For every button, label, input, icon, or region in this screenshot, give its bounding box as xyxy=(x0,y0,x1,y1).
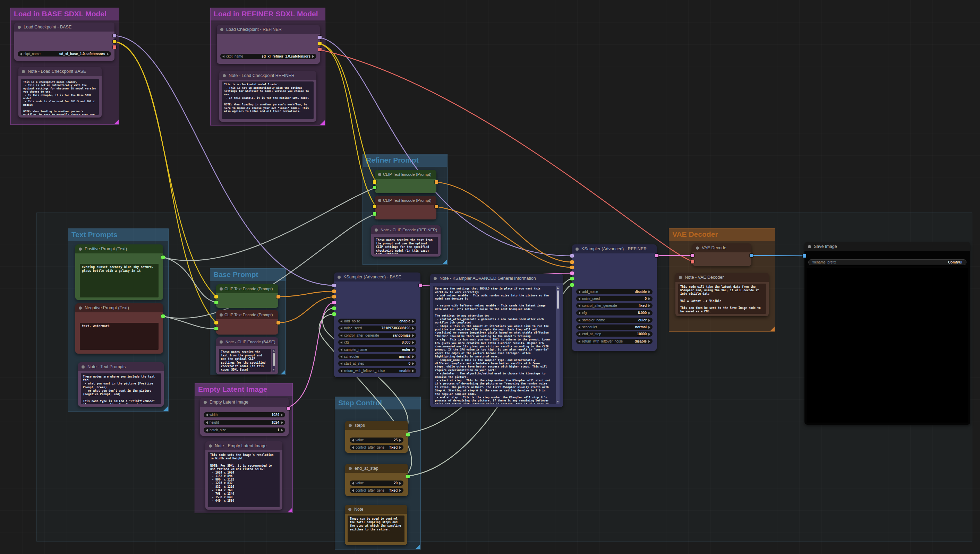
positive-input-slot[interactable] xyxy=(570,260,574,264)
text-input-slot[interactable] xyxy=(373,186,377,189)
next-arrow-icon[interactable] xyxy=(412,341,414,344)
prev-arrow-icon[interactable] xyxy=(352,482,354,485)
prev-arrow-icon[interactable] xyxy=(578,312,580,314)
negative-input-slot[interactable] xyxy=(570,266,574,269)
next-arrow-icon[interactable] xyxy=(648,340,650,343)
next-arrow-icon[interactable] xyxy=(648,291,650,293)
text-input-slot[interactable] xyxy=(214,327,218,330)
ckpt-name-widget[interactable]: ckpt_namesd_xl_refiner_1.0.safetensors xyxy=(220,54,316,59)
control-after-generate-widget[interactable]: control_after_genefixed xyxy=(350,488,404,493)
prev-arrow-icon[interactable] xyxy=(340,327,342,330)
conditioning-output-slot[interactable] xyxy=(435,205,438,209)
prev-arrow-icon[interactable] xyxy=(578,304,580,307)
scheduler-widget[interactable]: schedulernormal xyxy=(576,325,653,330)
node-load-checkpoint-base[interactable]: Load Checkpoint - BASE ckpt_namesd_xl_ba… xyxy=(14,22,115,60)
scrollbar-thumb[interactable] xyxy=(273,353,275,366)
conditioning-output-slot[interactable] xyxy=(435,180,438,184)
scroll-up-icon[interactable] xyxy=(557,287,559,289)
value-widget[interactable]: value25 xyxy=(350,438,404,443)
start-at-step-widget[interactable]: start_at_step0 xyxy=(338,361,416,366)
int-output-slot[interactable] xyxy=(406,433,410,436)
next-arrow-icon[interactable] xyxy=(648,319,650,322)
note-text[interactable]: These nodes receive the text from the pr… xyxy=(374,237,438,254)
node-clip-encode-positive-base[interactable]: CLIP Text Encode (Prompt) xyxy=(216,284,278,308)
end-at-step-input-slot[interactable] xyxy=(332,312,336,316)
node-note-ckpt-base[interactable]: Note - Load Checkpoint BASE This is a ch… xyxy=(18,67,102,118)
next-arrow-icon[interactable] xyxy=(412,320,414,323)
note-text[interactable]: This is a checkpoint model loader. - Thi… xyxy=(21,79,99,115)
node-save-image[interactable]: Save Image filename_prefixComfyUI xyxy=(804,242,970,425)
prev-arrow-icon[interactable] xyxy=(340,349,342,351)
next-arrow-icon[interactable] xyxy=(399,482,401,485)
next-arrow-icon[interactable] xyxy=(412,349,414,351)
scrollbar-thumb[interactable] xyxy=(557,291,559,309)
prev-arrow-icon[interactable] xyxy=(340,341,342,344)
model-output-slot[interactable] xyxy=(113,34,116,37)
latent-output-slot[interactable] xyxy=(655,254,658,257)
node-ksampler-base[interactable]: KSampler (Advanced) - BASE add_noiseenab… xyxy=(334,272,420,377)
node-note-ksampler[interactable]: Note - KSampler ADVANCED General Informa… xyxy=(430,274,563,408)
comfyui-canvas[interactable]: Load in BASE SDXL Model Load in REFINER … xyxy=(0,0,980,554)
next-arrow-icon[interactable] xyxy=(281,429,283,431)
conditioning-output-slot[interactable] xyxy=(276,295,280,298)
prev-arrow-icon[interactable] xyxy=(340,369,342,373)
prompt-text-widget[interactable]: evening sunset scenery blue sky nature, … xyxy=(80,264,158,298)
scheduler-widget[interactable]: schedulernormal xyxy=(338,354,416,359)
node-empty-latent-image[interactable]: Empty Latent Image width1024 height1024 … xyxy=(200,398,289,436)
model-output-slot[interactable] xyxy=(318,36,322,39)
clip-input-slot[interactable] xyxy=(373,205,377,209)
string-output-slot[interactable] xyxy=(161,256,165,259)
next-arrow-icon[interactable] xyxy=(648,298,650,300)
next-arrow-icon[interactable] xyxy=(648,312,650,314)
vae-output-slot[interactable] xyxy=(318,48,322,51)
scroll-down-icon[interactable] xyxy=(557,401,559,403)
prev-arrow-icon[interactable] xyxy=(340,362,342,365)
cfg-widget[interactable]: cfg8.000 xyxy=(576,310,653,315)
node-clip-encode-negative-refiner[interactable]: CLIP Text Encode (Prompt) xyxy=(375,196,436,220)
width-widget[interactable]: width1024 xyxy=(204,412,285,417)
samples-input-slot[interactable] xyxy=(691,254,694,257)
value-widget[interactable]: value20 xyxy=(350,481,404,486)
node-note-vae-decoder[interactable]: Note - VAE Decoder This node will take t… xyxy=(675,273,769,316)
latent-image-input-slot[interactable] xyxy=(570,271,574,275)
next-arrow-icon[interactable] xyxy=(412,369,414,373)
add-noise-widget[interactable]: add_noisedisable xyxy=(576,289,653,295)
text-input-slot[interactable] xyxy=(373,212,377,216)
prev-arrow-icon[interactable] xyxy=(206,421,208,424)
node-clip-encode-positive-refiner[interactable]: CLIP Text Encode (Prompt) xyxy=(375,170,436,193)
noise-seed-widget[interactable]: noise_seed721897303308196 xyxy=(338,326,416,331)
prev-arrow-icon[interactable] xyxy=(578,291,580,293)
steps-input-slot[interactable] xyxy=(332,306,336,310)
clip-input-slot[interactable] xyxy=(214,321,218,325)
next-arrow-icon[interactable] xyxy=(648,304,650,307)
note-text[interactable]: This node will take the latent data from… xyxy=(678,283,766,314)
clip-output-slot[interactable] xyxy=(113,40,116,43)
next-arrow-icon[interactable] xyxy=(412,334,414,337)
images-input-slot[interactable] xyxy=(803,254,806,258)
prev-arrow-icon[interactable] xyxy=(578,326,580,329)
note-text[interactable]: This node sets the image's resolution in… xyxy=(208,452,279,507)
latent-output-slot[interactable] xyxy=(419,283,422,287)
next-arrow-icon[interactable] xyxy=(312,55,314,58)
height-widget[interactable]: height1024 xyxy=(204,420,285,425)
next-arrow-icon[interactable] xyxy=(412,362,414,365)
image-output-slot[interactable] xyxy=(750,254,753,257)
control-after-generate-widget[interactable]: control_after_generatefixed xyxy=(576,303,653,308)
node-clip-encode-negative-base[interactable]: CLIP Text Encode (Prompt) xyxy=(216,310,278,334)
note-text[interactable]: This is a checkpoint model loader. - Thi… xyxy=(222,81,314,119)
prev-arrow-icon[interactable] xyxy=(340,334,342,337)
scroll-down-icon[interactable] xyxy=(273,369,275,371)
scroll-up-icon[interactable] xyxy=(273,350,275,352)
prompt-text-widget[interactable]: text, watermark xyxy=(80,323,158,350)
prev-arrow-icon[interactable] xyxy=(340,320,342,323)
node-ksampler-refiner[interactable]: KSampler (Advanced) - REFINER add_noised… xyxy=(572,244,657,351)
prev-arrow-icon[interactable] xyxy=(352,489,354,492)
vae-output-slot[interactable] xyxy=(113,45,116,49)
prev-arrow-icon[interactable] xyxy=(578,298,580,300)
model-input-slot[interactable] xyxy=(332,283,336,287)
node-note-clip-base[interactable]: Note - CLIP Encode (BASE) These nodes re… xyxy=(216,337,278,374)
next-arrow-icon[interactable] xyxy=(399,439,401,442)
cfg-widget[interactable]: cfg8.000 xyxy=(338,340,416,345)
end-at-step-widget[interactable]: end_at_step10000 xyxy=(576,331,653,337)
conditioning-output-slot[interactable] xyxy=(276,321,280,325)
